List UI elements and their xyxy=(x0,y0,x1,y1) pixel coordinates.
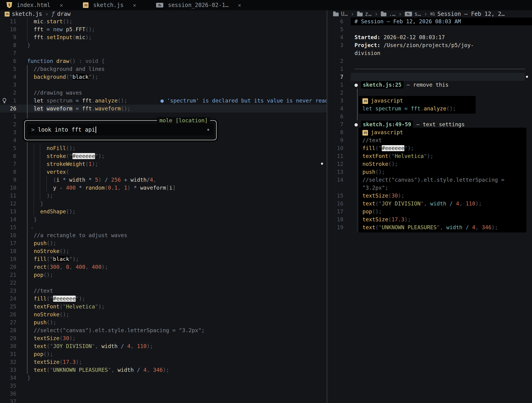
breadcrumb[interactable]: JSsketch.js›ƒdraw xyxy=(5,10,70,18)
chevron-right-icon: › xyxy=(45,11,49,18)
code-text: y - 400 * random(0.1, 1) * waveform[i] xyxy=(27,184,176,192)
tab-index-html[interactable]: 5index.html✕ xyxy=(6,2,63,8)
quick-input[interactable]: mole [location] >look into fft api xyxy=(24,120,217,140)
line-number: 22 xyxy=(0,279,16,287)
quick-input-label: mole [location] xyxy=(157,117,210,124)
code-line: division xyxy=(328,49,532,57)
code-line: 30 text("JOY DIVISION", width / 4, 110); xyxy=(0,342,327,350)
code-text: vertex( xyxy=(27,168,69,176)
code-line: 16 //a rectangle to adjust waves xyxy=(0,231,327,239)
right-editor-pane[interactable]: 6# Session — Feb 12, 2026 08:03 AM54Star… xyxy=(328,17,532,403)
code-line: 7 xyxy=(328,73,532,81)
close-icon[interactable]: ✕ xyxy=(238,2,241,8)
code-text: push(); xyxy=(362,168,385,176)
code-line: 20 rect(300, 0, 400, 400); xyxy=(0,263,327,271)
code-line: 10fill("#eeeeee"); xyxy=(328,144,532,152)
breadcrumb-segment[interactable]: H1Session — Feb 12, 2… xyxy=(430,11,505,17)
code-text: textFont("Helvetica"); xyxy=(362,152,433,160)
js-icon: JS xyxy=(5,12,10,17)
code-text: noStroke(); xyxy=(362,160,398,168)
tab-label: sketch.js xyxy=(93,2,123,8)
code-line: 9 (i * width * 5) / 256 + width/4, xyxy=(0,176,327,184)
pane-divider[interactable] xyxy=(327,10,327,403)
code-text: } xyxy=(27,374,31,382)
code-line: 13push(); xyxy=(328,168,532,176)
code-text: pop(); xyxy=(27,350,53,358)
quick-input-field[interactable]: >look into fft api xyxy=(27,124,213,135)
code-line: 2 xyxy=(328,57,532,65)
folder-icon xyxy=(381,13,386,16)
code-line: 11textFont("Helvetica"); xyxy=(328,152,532,160)
code-line: 37 xyxy=(0,398,327,403)
line-number: 20 xyxy=(0,263,16,271)
left-editor-pane[interactable]: 11 mic.start();10 fft = new p5.FFT();9 f… xyxy=(0,17,327,403)
code-text: JSjavascript xyxy=(362,97,403,105)
tab-session-2026-02-1-[interactable]: M↓session_2026-02-1…✕ xyxy=(156,2,241,8)
code-text: //background and lines xyxy=(27,65,105,73)
code-line: 1 let spectrum = fft.analyze();● 'spectr… xyxy=(0,97,327,105)
code-line: 23 //text xyxy=(0,287,327,295)
line-number: 37 xyxy=(0,398,16,403)
code-line: 5 noFill(); xyxy=(0,144,327,152)
line-number: 36 xyxy=(0,390,16,398)
breadcrumb-segment[interactable]: .… xyxy=(381,11,395,17)
line-number: 10 xyxy=(0,184,16,192)
breadcrumb-label: Session — Feb 12, 2… xyxy=(437,11,505,17)
code-text: text("UNKNOWN PLEASURES", width / 4, 346… xyxy=(27,366,169,374)
code-text: endShape(); xyxy=(27,208,76,216)
code-line: 4 background("black"); xyxy=(0,73,327,81)
line-number: 15 xyxy=(328,192,343,200)
code-line: 7● sketch.js:49-59 — text settings xyxy=(328,121,532,128)
breadcrumb-file[interactable]: JSsketch.js xyxy=(5,11,42,17)
line-number: 15 xyxy=(0,224,16,231)
code-line: 35 xyxy=(0,382,327,390)
code-line: 18 noStroke(); xyxy=(0,247,327,255)
line-number: 7 xyxy=(0,160,16,168)
indent-guide xyxy=(357,89,358,121)
line-number: 11 xyxy=(0,18,16,26)
code-text: push(); xyxy=(27,319,56,326)
breadcrumb-segment[interactable]: U… xyxy=(333,11,348,17)
code-text: (i * width * 5) / 256 + width/4, xyxy=(27,176,156,184)
line-number: 6 xyxy=(328,113,343,121)
breadcrumb[interactable]: U…›z…›.…›M↓s…›H1Session — Feb 12, 2… xyxy=(333,10,507,18)
code-text: textSize(30); xyxy=(362,192,404,200)
code-text: } xyxy=(27,41,31,49)
line-number: 23 xyxy=(0,287,16,295)
line-number: 24 xyxy=(0,295,16,303)
code-line: 34} xyxy=(0,374,327,382)
line-number: 9 xyxy=(328,136,343,144)
line-number: 3 xyxy=(0,128,16,136)
tab-sketch-js[interactable]: JSsketch.js✕ xyxy=(83,2,136,8)
chevron-right-icon: › xyxy=(374,11,378,18)
function-icon: ƒ xyxy=(51,11,55,17)
line-number: 7 xyxy=(328,73,343,81)
code-line: 32 textSize(17.3); xyxy=(0,358,327,366)
code-line: 18textSize(17.3); xyxy=(328,216,532,224)
close-icon[interactable]: ✕ xyxy=(60,2,63,8)
code-text: Started: 2026-02-12 08:03:17 xyxy=(355,33,445,41)
code-line: 11 ); xyxy=(0,192,327,200)
code-line: 29 textSize(30); xyxy=(0,334,327,342)
breadcrumb-segment[interactable]: M↓s… xyxy=(405,11,421,17)
breadcrumb-segment[interactable]: z… xyxy=(357,11,372,17)
code-text: //select("canvas").elt.style.letterSpaci… xyxy=(362,176,504,184)
markdown-icon: M↓ xyxy=(156,3,163,7)
close-icon[interactable]: ✕ xyxy=(133,2,136,8)
code-text: push(); xyxy=(27,239,56,247)
editor-app: 5index.html✕JSsketch.js✕M↓session_2026-0… xyxy=(0,0,532,403)
line-number: 7 xyxy=(328,121,343,128)
code-text: fill("black"); xyxy=(27,255,79,263)
line-number: 6 xyxy=(0,152,16,160)
line-number: 26 xyxy=(0,105,16,113)
code-line: 6 xyxy=(328,113,532,121)
line-number: 14 xyxy=(328,176,343,184)
code-line: 17pop(); xyxy=(328,208,532,216)
code-line: 16text("JOY DIVISION", width / 4, 110); xyxy=(328,200,532,208)
line-number: 6 xyxy=(0,57,16,65)
code-line: 10 y - 400 * random(0.1, 1) * waveform[i… xyxy=(0,184,327,192)
line-number: 10 xyxy=(0,26,16,33)
code-line: 17 push(); xyxy=(0,239,327,247)
code-line: 5 xyxy=(328,26,532,33)
code-line: 14//select("canvas").elt.style.letterSpa… xyxy=(328,176,532,184)
